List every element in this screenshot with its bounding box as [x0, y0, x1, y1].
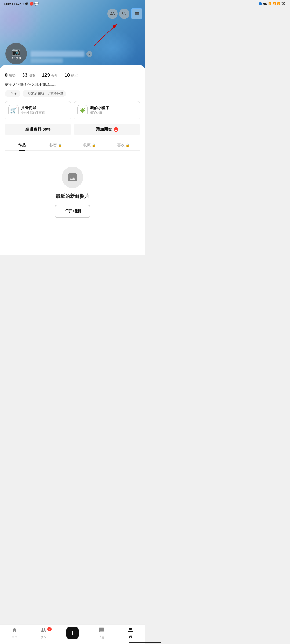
- tab-private[interactable]: 私密 🔒: [39, 140, 73, 150]
- feature-cards: 🛒 抖音商城 美好生活触手可得 ✳️ 我的小程序 最近使用: [5, 101, 140, 119]
- add-avatar-label: 添加头像: [11, 56, 21, 60]
- tab-likes[interactable]: 喜欢 🔒: [106, 140, 140, 150]
- content-area: 0 获赞 33 朋友 129 关注 18 粉丝 这个人很懒！什么都不想填....…: [0, 65, 145, 255]
- empty-title: 最近的新鲜照片: [56, 193, 89, 199]
- content-tabs: 作品 私密 🔒 收藏 🔒 喜欢 🔒: [5, 140, 140, 151]
- empty-photo-icon: [62, 167, 83, 188]
- menu-icon-button[interactable]: [131, 8, 142, 19]
- action-buttons: 编辑资料 50% 添加朋友 1: [5, 124, 140, 135]
- stat-friends[interactable]: 33 朋友: [22, 72, 35, 78]
- age-tag: ♂ 35岁: [5, 90, 20, 97]
- mall-icon: 🛒: [8, 105, 19, 115]
- lock-icon-private: 🔒: [58, 143, 62, 147]
- svg-line-1: [94, 24, 117, 46]
- username-blurred: [31, 51, 84, 57]
- mini-program-card[interactable]: ✳️ 我的小程序 最近使用: [74, 101, 140, 119]
- stats-row: 0 获赞 33 朋友 129 关注 18 粉丝: [5, 70, 140, 82]
- tab-works[interactable]: 作品: [5, 140, 39, 150]
- stat-likes[interactable]: 0 获赞: [5, 72, 16, 78]
- status-bar: 14:08 | 39.2K/s 🛍 🔴 💬 🔵 HD 📶 📶 🛜 36: [0, 0, 145, 7]
- username-area: ▾: [31, 51, 92, 64]
- search-icon-button[interactable]: [119, 9, 129, 19]
- mall-title: 抖音商城: [21, 106, 45, 111]
- lock-icon-favorites: 🔒: [92, 143, 96, 147]
- user-id-blurred: [31, 58, 63, 63]
- friends-icon-button[interactable]: [107, 9, 118, 19]
- add-friend-button[interactable]: 添加朋友 1: [74, 124, 140, 135]
- empty-state: 最近的新鲜照片 打开相册: [5, 151, 140, 229]
- mall-subtitle: 美好生活触手可得: [21, 111, 45, 115]
- mini-program-icon: ✳️: [77, 105, 88, 115]
- open-album-button[interactable]: 打开相册: [55, 205, 90, 218]
- lock-icon-likes: 🔒: [126, 143, 130, 147]
- avatar-section: 📷 添加头像 ▾: [5, 43, 92, 64]
- dropdown-button[interactable]: ▾: [86, 51, 92, 57]
- edit-profile-button[interactable]: 编辑资料 50%: [5, 124, 71, 135]
- add-tag-button[interactable]: + 添加所在地、学校等标签: [23, 90, 66, 97]
- profile-header-bg: 📷 添加头像 ▾: [0, 0, 145, 70]
- douyin-mall-card[interactable]: 🛒 抖音商城 美好生活触手可得: [5, 101, 71, 119]
- stat-followers[interactable]: 18 粉丝: [64, 72, 78, 78]
- red-arrow-annotation: [91, 21, 124, 48]
- stat-following[interactable]: 129 关注: [42, 72, 58, 78]
- mini-subtitle: 最近使用: [90, 111, 109, 115]
- tags-row: ♂ 35岁 + 添加所在地、学校等标签: [5, 90, 140, 97]
- header-icons: [107, 8, 142, 19]
- avatar-button[interactable]: 📷 添加头像: [5, 43, 27, 64]
- tab-favorites[interactable]: 收藏 🔒: [73, 140, 106, 150]
- add-friend-badge: 1: [114, 127, 118, 132]
- bio-text: 这个人很懒！什么都不想填......: [5, 82, 140, 87]
- status-time-speed: 14:08 | 39.2K/s 🛍 🔴 💬: [4, 2, 39, 6]
- mini-title: 我的小程序: [90, 106, 109, 111]
